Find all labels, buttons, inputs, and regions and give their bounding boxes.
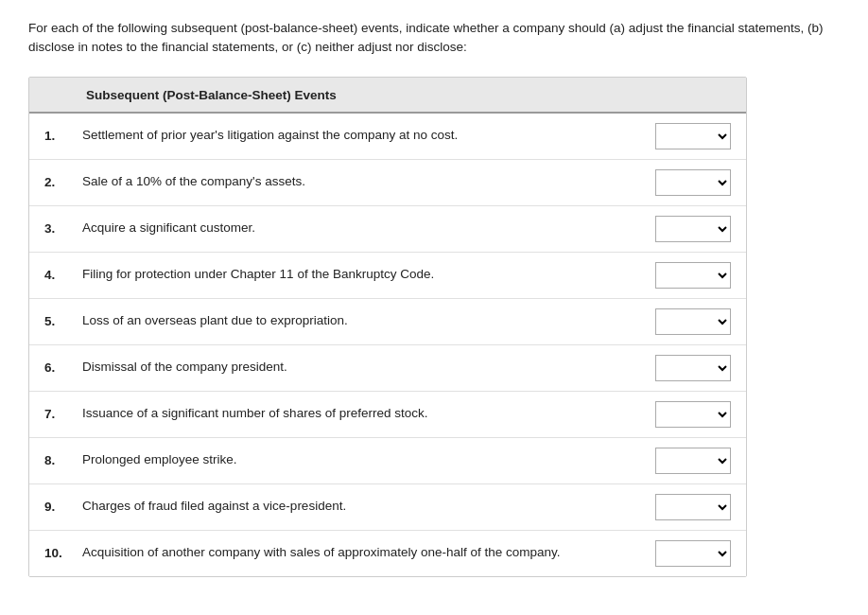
row-number: 10. [44, 546, 82, 560]
events-table: Subsequent (Post-Balance-Sheet) Events 1… [28, 77, 747, 577]
row-number: 6. [44, 360, 82, 375]
table-row: 6.Dismissal of the company president.abc [29, 345, 746, 392]
row-number: 5. [44, 314, 82, 328]
table-row: 2.Sale of a 10% of the company's assets.… [29, 160, 746, 206]
row-event-text: Acquisition of another company with sale… [82, 544, 655, 562]
row-number: 1. [44, 129, 82, 143]
row-5-select[interactable]: abc [655, 308, 731, 335]
table-row: 4.Filing for protection under Chapter 11… [29, 253, 746, 299]
intro-text: For each of the following subsequent (po… [28, 19, 840, 58]
row-4-select[interactable]: abc [655, 262, 731, 289]
row-event-text: Sale of a 10% of the company's assets. [82, 173, 655, 191]
row-number: 7. [44, 407, 82, 421]
row-number: 3. [44, 221, 82, 236]
row-event-text: Loss of an overseas plant due to expropr… [82, 312, 655, 330]
table-header: Subsequent (Post-Balance-Sheet) Events [29, 78, 746, 114]
row-2-select[interactable]: abc [655, 169, 731, 196]
table-row: 9.Charges of fraud filed against a vice-… [29, 484, 746, 531]
row-number: 4. [44, 268, 82, 282]
table-row: 1.Settlement of prior year's litigation … [29, 114, 746, 160]
row-number: 2. [44, 175, 82, 189]
row-6-select[interactable]: abc [655, 355, 731, 381]
row-event-text: Prolonged employee strike. [82, 451, 655, 469]
row-event-text: Acquire a significant customer. [82, 220, 655, 237]
row-8-select[interactable]: abc [655, 448, 731, 474]
row-event-text: Issuance of a significant number of shar… [82, 405, 655, 423]
table-row: 7.Issuance of a significant number of sh… [29, 392, 746, 438]
row-3-select[interactable]: abc [655, 216, 731, 242]
table-header-label: Subsequent (Post-Balance-Sheet) Events [86, 88, 337, 102]
table-row: 3.Acquire a significant customer.abc [29, 206, 746, 253]
row-event-text: Charges of fraud filed against a vice-pr… [82, 498, 655, 516]
row-number: 8. [44, 453, 82, 467]
row-10-select[interactable]: abc [655, 540, 731, 567]
table-row: 8.Prolonged employee strike.abc [29, 438, 746, 484]
row-1-select[interactable]: abc [655, 123, 731, 149]
row-event-text: Settlement of prior year's litigation ag… [82, 127, 655, 145]
row-number: 9. [44, 500, 82, 514]
row-event-text: Dismissal of the company president. [82, 359, 655, 377]
row-event-text: Filing for protection under Chapter 11 o… [82, 266, 655, 284]
row-7-select[interactable]: abc [655, 401, 731, 428]
table-row: 10.Acquisition of another company with s… [29, 531, 746, 576]
table-row: 5.Loss of an overseas plant due to expro… [29, 299, 746, 345]
row-9-select[interactable]: abc [655, 494, 731, 520]
